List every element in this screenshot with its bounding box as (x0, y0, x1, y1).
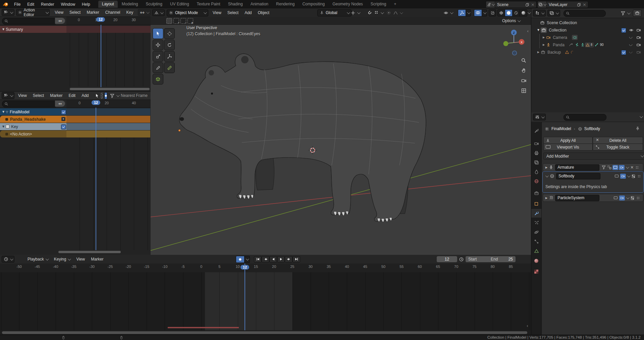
channel-enable-checkbox[interactable] (61, 110, 66, 115)
hidden-eye-closed-icon[interactable]: ◡ (629, 34, 632, 39)
proportional-editing-toggle[interactable] (386, 10, 391, 15)
blender-logo-icon[interactable] (3, 1, 9, 7)
dope-sheet-grid[interactable] (66, 137, 151, 250)
viewport-menu-view[interactable]: View (210, 10, 224, 15)
timeline-body[interactable] (0, 272, 531, 330)
select-mode-subtract-icon[interactable]: − (180, 18, 186, 24)
outliner-filter-button[interactable] (621, 11, 630, 16)
prev-keyframe-button[interactable] (262, 256, 269, 263)
workspace-tab-layout[interactable]: Layout (98, 1, 118, 8)
filter-button[interactable] (110, 93, 119, 98)
tab-scene[interactable] (531, 167, 541, 176)
outliner-row-collection[interactable]: ▼ Collection (531, 26, 644, 34)
viewport-menu-object[interactable]: Object (255, 10, 273, 15)
scene-selector[interactable]: Scene × (486, 1, 537, 8)
modifier-softbody-row[interactable]: Softbody (543, 172, 643, 180)
shading-dropdown[interactable] (528, 12, 530, 14)
dope-sheet-ruler[interactable]: 02040 12 (66, 100, 151, 108)
dope-sheet-menu-edit[interactable]: Edit (66, 93, 79, 98)
timeline-playhead[interactable] (245, 264, 245, 330)
timeline-menu-playback[interactable]: Playback (24, 257, 51, 262)
modifier-name-input[interactable]: Softbody (556, 173, 600, 179)
editor-type-button[interactable] (533, 10, 546, 16)
play-button[interactable] (277, 256, 285, 263)
dope-sheet-menu-marker[interactable]: Marker (47, 93, 65, 98)
pivot-point-dropdown[interactable] (351, 10, 360, 15)
channel-row[interactable]: Panda_Headshake ▾ (0, 116, 151, 123)
outliner-row-camera[interactable]: ▶ Camera ◡ (531, 34, 644, 41)
tool-annotate[interactable] (153, 62, 163, 73)
editor-type-button[interactable] (2, 9, 14, 16)
on-cage-display-icon[interactable] (607, 165, 612, 170)
tool-scale[interactable] (153, 51, 163, 62)
render-disabled-icon[interactable] (636, 50, 641, 55)
snap-settings-dropdown[interactable] (374, 10, 383, 15)
hide-eye-icon[interactable] (629, 28, 634, 33)
hidden-eye-closed-icon[interactable]: ◡ (629, 42, 632, 46)
options-dropdown[interactable]: Options (502, 18, 520, 23)
action-editor-menu-key[interactable]: Key (123, 10, 136, 15)
perspective-toggle-icon[interactable] (521, 88, 527, 94)
action-id-selector[interactable]: ◆◆ (138, 9, 151, 16)
display-mode-button[interactable] (547, 10, 560, 16)
outliner-row-scene-collection[interactable]: Scene Collection (531, 19, 644, 26)
channel-enable-checkbox[interactable] (61, 124, 66, 129)
tab-particles[interactable] (531, 218, 541, 227)
modifier-particlesystem-row[interactable]: ▶ ParticleSystem (543, 194, 643, 202)
summary-channel[interactable]: ▼Summary (0, 26, 66, 33)
modifier-close-icon[interactable]: × (630, 165, 634, 170)
box-select-icon[interactable] (101, 93, 103, 99)
workspace-tab-animation[interactable]: Animation (247, 1, 272, 8)
viewport-display-toggle[interactable] (613, 195, 619, 201)
timeline-menu-keying[interactable]: Keying (51, 257, 73, 262)
render-display-toggle[interactable] (619, 195, 625, 201)
selectability-visibility-dropdown[interactable] (443, 10, 452, 15)
render-camera-icon[interactable] (636, 43, 641, 47)
mode-dropdown[interactable]: Object Mode (167, 9, 208, 16)
collection-checkbox[interactable] (621, 28, 626, 33)
select-mode-extend-icon[interactable]: + (173, 18, 179, 24)
tab-view-layer[interactable] (531, 158, 541, 167)
shading-material-button[interactable] (512, 9, 520, 16)
current-frame-badge[interactable]: 12 (92, 100, 100, 105)
toggle-stack-button[interactable]: Toggle Stack (593, 144, 643, 151)
tool-cursor[interactable] (164, 28, 175, 39)
sidebar-collapse-arrow[interactable]: ‹ (527, 324, 528, 328)
tab-world[interactable] (531, 177, 541, 185)
tool-rotate[interactable] (164, 40, 175, 50)
action-editor-playhead[interactable] (101, 25, 101, 87)
end-frame-field[interactable]: End25 (488, 256, 516, 262)
snap-dropdown[interactable]: Nearest Frame (119, 93, 151, 98)
viewport-display-toggle[interactable] (614, 174, 620, 179)
action-editor-menu-select[interactable]: Select (66, 10, 84, 15)
workspace-tab-sculpting[interactable]: Sculpting (142, 1, 166, 8)
edit-mode-display-icon[interactable] (601, 165, 606, 170)
viewport-vis-button[interactable]: Viewport Vis (543, 144, 593, 151)
tab-texture[interactable] (531, 267, 541, 276)
workspace-tab-compositing[interactable]: Compositing (299, 1, 328, 8)
collection-checkbox[interactable] (621, 50, 626, 55)
viewport-3d[interactable]: Z X Object Mode ViewSelectAddObject Glob… (151, 8, 531, 255)
add-modifier-dropdown[interactable]: Add Modifier (543, 153, 644, 160)
tool-select-box[interactable] (153, 28, 163, 39)
channel-row[interactable]: ▼ ▽ FinalModel (0, 108, 151, 115)
outliner-search-input[interactable] (564, 10, 606, 17)
modifier-drag-handle[interactable] (638, 175, 641, 178)
auto-keying-record-button[interactable]: ● (236, 256, 245, 263)
pan-hand-icon[interactable] (521, 68, 527, 73)
show-gizmo-toggle[interactable] (458, 9, 466, 16)
editor-type-button[interactable] (152, 9, 165, 16)
bear-mesh[interactable] (179, 54, 426, 222)
shading-solid-button[interactable] (505, 9, 513, 16)
workspace-tab-shading[interactable]: Shading (224, 1, 247, 8)
tab-modifiers[interactable] (531, 209, 541, 218)
scene-copy-icon[interactable] (525, 3, 529, 7)
outliner-row-panda[interactable]: ▶ Panda 8 90 ◡ (531, 41, 644, 48)
tool-transform[interactable] (164, 51, 175, 62)
dope-sheet-playhead[interactable] (96, 108, 96, 250)
dope-sheet-hscrollbar[interactable] (58, 251, 121, 253)
next-keyframe-button[interactable] (285, 256, 292, 263)
action-editor-menu-marker[interactable]: Marker (84, 10, 102, 15)
play-reverse-button[interactable] (269, 256, 277, 263)
render-camera-icon[interactable] (636, 35, 641, 40)
